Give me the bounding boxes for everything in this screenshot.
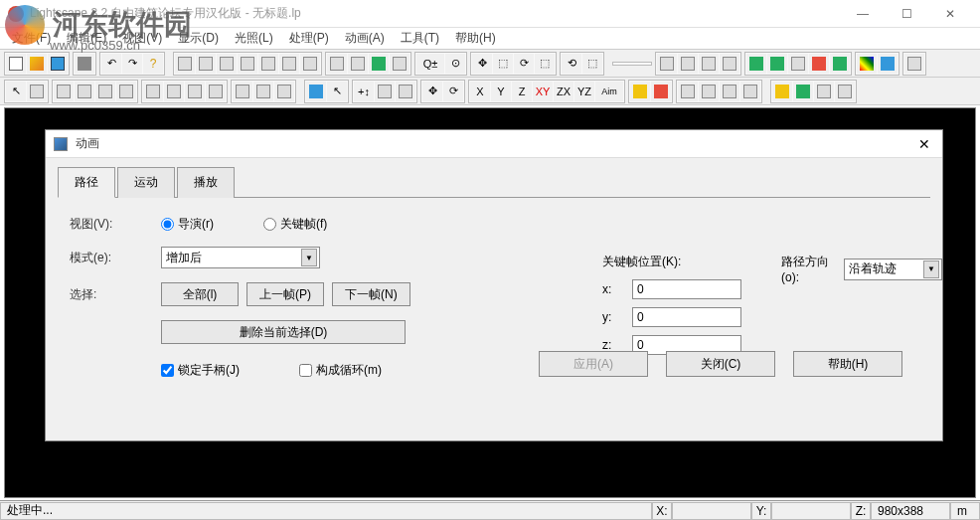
axis-x-button[interactable]: X xyxy=(470,82,490,101)
edit-button-4[interactable] xyxy=(116,82,136,101)
snap-button-1[interactable] xyxy=(630,82,650,101)
select-arrow-button[interactable]: ↖ xyxy=(6,82,26,101)
info-button[interactable] xyxy=(904,54,924,74)
shade-button-1[interactable] xyxy=(327,54,347,74)
edit-button-3[interactable] xyxy=(95,82,115,101)
rotate-button[interactable]: ⟳ xyxy=(443,82,463,101)
menu-tools[interactable]: 工具(T) xyxy=(393,28,447,49)
close-dialog-button[interactable]: 关闭(C) xyxy=(666,351,775,377)
render-button-2[interactable] xyxy=(678,54,698,74)
view-button-6[interactable] xyxy=(279,54,299,74)
material-button-3[interactable] xyxy=(788,54,808,74)
material-button-1[interactable] xyxy=(746,54,766,74)
apply-button[interactable]: 应用(A) xyxy=(539,351,648,377)
misc-button-3[interactable] xyxy=(814,82,834,101)
move-button[interactable]: ✥ xyxy=(422,82,442,101)
light-button-4[interactable] xyxy=(740,82,760,101)
obj-button-3[interactable] xyxy=(274,82,294,101)
misc-button-2[interactable] xyxy=(793,82,813,101)
render-button-4[interactable] xyxy=(720,54,739,74)
misc-button-1[interactable] xyxy=(772,82,792,101)
prev-frame-button[interactable]: 上一帧(P) xyxy=(246,282,324,306)
settings-button-2[interactable] xyxy=(878,54,898,74)
select-button-2[interactable] xyxy=(27,82,47,101)
plane-xy-button[interactable]: XY xyxy=(533,82,553,101)
new-button[interactable] xyxy=(6,54,26,74)
nav-button-1[interactable]: ✥ xyxy=(472,54,492,74)
lock-handle-input[interactable] xyxy=(161,364,174,377)
maximize-button[interactable]: ☐ xyxy=(885,0,928,28)
lock-handle-checkbox[interactable]: 锁定手柄(J) xyxy=(161,362,240,379)
axis-y-button[interactable]: Y xyxy=(491,82,511,101)
edit-button-2[interactable] xyxy=(75,82,94,101)
plane-yz-button[interactable]: YZ xyxy=(574,82,594,101)
view-button-1[interactable] xyxy=(175,54,195,74)
y-input[interactable] xyxy=(632,307,741,327)
layer-button-2[interactable] xyxy=(164,82,184,101)
dialog-close-button[interactable]: ✕ xyxy=(914,134,934,154)
obj-button-1[interactable] xyxy=(233,82,252,101)
menu-help[interactable]: 帮助(H) xyxy=(447,28,504,49)
view-button-3[interactable] xyxy=(217,54,237,74)
view-button-5[interactable] xyxy=(258,54,278,74)
delete-selection-button[interactable]: 删除当前选择(D) xyxy=(161,320,406,344)
print-button[interactable] xyxy=(75,54,94,74)
close-button[interactable]: ✕ xyxy=(928,0,972,28)
nav-button-3[interactable]: ⟳ xyxy=(514,54,534,74)
settings-button-1[interactable] xyxy=(857,54,877,74)
loop-input[interactable] xyxy=(299,364,312,377)
all-button[interactable]: 全部(l) xyxy=(161,282,239,306)
dialog-titlebar[interactable]: 动画 ✕ xyxy=(46,130,942,158)
radio-keyframe[interactable]: 关键帧(f) xyxy=(263,216,327,233)
light-button-2[interactable] xyxy=(699,82,719,101)
help-button[interactable]: ? xyxy=(143,54,163,74)
material-button-5[interactable] xyxy=(830,54,850,74)
cam-button-1[interactable] xyxy=(306,82,326,101)
nav-button-2[interactable]: ⬚ xyxy=(493,54,513,74)
shade-button-2[interactable] xyxy=(348,54,368,74)
layer-button-3[interactable] xyxy=(185,82,205,101)
misc-button-4[interactable] xyxy=(835,82,855,101)
render-button-1[interactable] xyxy=(657,54,677,74)
view-button-4[interactable] xyxy=(238,54,257,74)
view-button-7[interactable] xyxy=(300,54,320,74)
axis-z-button[interactable]: Z xyxy=(512,82,532,101)
menu-display[interactable]: 显示(D) xyxy=(170,28,227,49)
mode-combo[interactable]: 增加后 ▼ xyxy=(161,247,320,268)
open-button[interactable] xyxy=(27,54,47,74)
render-button-3[interactable] xyxy=(699,54,719,74)
zoom-button[interactable]: Q± xyxy=(416,54,444,74)
cam-button-2[interactable]: ↖ xyxy=(327,82,347,101)
help-dialog-button[interactable]: 帮助(H) xyxy=(793,351,902,377)
tab-motion[interactable]: 运动 xyxy=(117,167,175,198)
save-button[interactable] xyxy=(48,54,68,74)
nav-button-4[interactable]: ⬚ xyxy=(535,54,555,74)
path-direction-combo[interactable]: 沿着轨迹 ▼ xyxy=(844,259,942,280)
obj-button-2[interactable] xyxy=(253,82,273,101)
refresh-button-2[interactable]: ⬚ xyxy=(582,54,602,74)
menu-animation[interactable]: 动画(A) xyxy=(337,28,393,49)
edit-button-1[interactable] xyxy=(54,82,74,101)
radio-director-input[interactable] xyxy=(161,218,174,231)
layer-button-1[interactable] xyxy=(143,82,163,101)
x-input[interactable] xyxy=(632,279,741,299)
redo-button[interactable]: ↷ xyxy=(122,54,142,74)
menu-lighting[interactable]: 光照(L) xyxy=(227,28,281,49)
anim-button-2[interactable] xyxy=(375,82,395,101)
menu-process[interactable]: 处理(P) xyxy=(281,28,337,49)
radio-director[interactable]: 导演(r) xyxy=(161,216,214,233)
tab-path[interactable]: 路径 xyxy=(58,167,115,198)
shade-button-4[interactable] xyxy=(390,54,409,74)
radio-keyframe-input[interactable] xyxy=(263,218,276,231)
next-frame-button[interactable]: 下一帧(N) xyxy=(332,282,410,306)
snap-button-2[interactable] xyxy=(651,82,671,101)
tab-playback[interactable]: 播放 xyxy=(177,167,235,198)
light-button-1[interactable] xyxy=(678,82,698,101)
light-button-3[interactable] xyxy=(720,82,739,101)
anim-button-1[interactable]: +↕ xyxy=(354,82,374,101)
shade-button-3[interactable] xyxy=(369,54,389,74)
undo-button[interactable]: ↶ xyxy=(101,54,121,74)
layer-button-4[interactable] xyxy=(206,82,226,101)
loop-checkbox[interactable]: 构成循环(m) xyxy=(299,362,382,379)
refresh-button-1[interactable]: ⟲ xyxy=(562,54,581,74)
